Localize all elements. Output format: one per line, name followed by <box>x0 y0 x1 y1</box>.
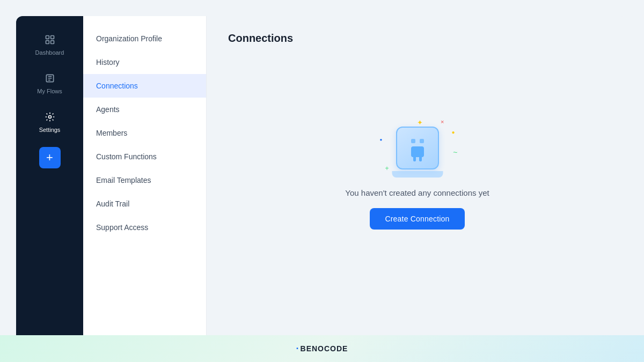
deco-tilde: ~ <box>453 148 457 157</box>
dark-sidebar: Dashboard My Flows Settings + <box>16 16 83 335</box>
sidebar-item-settings[interactable]: Settings <box>16 104 83 138</box>
secondary-sidebar-item-history[interactable]: History <box>83 50 206 74</box>
svg-rect-1 <box>50 36 54 39</box>
plug-body <box>411 146 424 157</box>
plug-illustration-box <box>396 127 439 169</box>
deco-dot-2: ● <box>380 137 383 142</box>
sidebar-item-dashboard[interactable]: Dashboard <box>16 27 83 61</box>
footer-logo: · BENOCODE <box>296 343 348 354</box>
create-connection-button[interactable]: Create Connection <box>370 208 464 230</box>
illustration-scroll-bar <box>392 171 443 178</box>
svg-point-5 <box>48 116 51 119</box>
secondary-sidebar: Organization Profile History Connections… <box>83 16 207 335</box>
sidebar-settings-label: Settings <box>39 127 61 133</box>
main-content: Connections × ✦ ● ● + ~ <box>207 16 628 335</box>
footer-dot: · <box>296 343 299 354</box>
plug-dot-left <box>411 139 415 143</box>
svg-rect-2 <box>46 41 49 44</box>
plug-dot-right <box>420 139 424 143</box>
footer: · BENOCODE <box>0 335 644 362</box>
secondary-sidebar-item-custom-functions[interactable]: Custom Functions <box>83 145 206 168</box>
add-button[interactable]: + <box>39 147 61 168</box>
secondary-sidebar-item-agents[interactable]: Agents <box>83 98 206 121</box>
deco-star: ✦ <box>417 119 423 127</box>
connections-illustration: × ✦ ● ● + ~ <box>380 119 455 178</box>
svg-rect-3 <box>50 41 54 44</box>
dashboard-icon <box>42 32 57 47</box>
plug-dots <box>411 139 424 143</box>
plug-prong-right <box>419 157 422 161</box>
plug-prong-left <box>413 157 416 161</box>
secondary-sidebar-item-email-templates[interactable]: Email Templates <box>83 168 206 192</box>
settings-icon <box>42 109 57 124</box>
sidebar-my-flows-label: My Flows <box>37 88 62 94</box>
empty-state: × ✦ ● ● + ~ You haven' <box>228 61 606 319</box>
sidebar-item-my-flows[interactable]: My Flows <box>16 65 83 100</box>
deco-dot-1: ● <box>451 129 455 135</box>
svg-rect-0 <box>46 36 49 39</box>
secondary-sidebar-item-organization-profile[interactable]: Organization Profile <box>83 27 206 50</box>
secondary-sidebar-item-audit-trail[interactable]: Audit Trail <box>83 192 206 216</box>
secondary-sidebar-item-members[interactable]: Members <box>83 121 206 145</box>
deco-cross-1: × <box>441 119 444 125</box>
deco-cross-2: + <box>385 165 389 172</box>
sidebar-dashboard-label: Dashboard <box>35 49 64 56</box>
footer-logo-text: BENOCODE <box>301 344 348 353</box>
page-title: Connections <box>228 32 606 45</box>
secondary-sidebar-item-connections[interactable]: Connections <box>83 74 206 98</box>
my-flows-icon <box>42 71 57 86</box>
secondary-sidebar-item-support-access[interactable]: Support Access <box>83 216 206 239</box>
empty-state-text: You haven't created any connections yet <box>345 188 489 197</box>
